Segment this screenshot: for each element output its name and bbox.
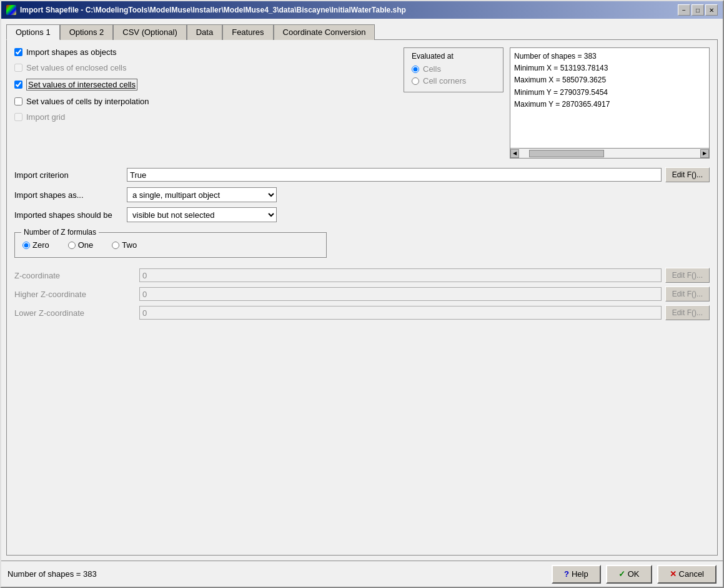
z-formulas-title: Number of Z formulas [21, 228, 99, 237]
title-buttons: − □ ✕ [678, 4, 718, 16]
cell-corners-radio[interactable] [412, 77, 419, 85]
z-coordinate-label: Z-coordinate [14, 271, 139, 280]
z-section: Z-coordinate Edit F()... Higher Z-coordi… [14, 268, 710, 320]
higher-z-coordinate-row: Higher Z-coordinate Edit F()... [14, 287, 710, 301]
close-button[interactable]: ✕ [705, 4, 718, 16]
import-grid-checkbox[interactable] [14, 113, 22, 121]
cells-label: Cells [423, 64, 441, 74]
horizontal-scrollbar[interactable]: ◀ ▶ [510, 148, 709, 158]
cancel-label: Cancel [679, 569, 704, 579]
imported-shapes-should-be-row: Imported shapes should be visible but no… [14, 207, 710, 222]
check-icon: ✓ [618, 569, 625, 579]
app-icon [6, 5, 16, 15]
intersected-cells-label: Set values of intersected cells [26, 79, 137, 91]
tab-data[interactable]: Data [187, 24, 222, 40]
enclosed-cells-row: Set values of enclosed cells [14, 63, 397, 72]
one-radio[interactable] [68, 242, 76, 249]
question-icon: ? [564, 569, 569, 579]
higher-z-coordinate-edit-button: Edit F()... [665, 287, 710, 301]
cancel-button[interactable]: ✕ Cancel [657, 565, 717, 584]
info-line-2: Minimum X = 513193.78143 [514, 62, 705, 74]
enclosed-cells-label: Set values of enclosed cells [26, 63, 126, 72]
top-section: Import shapes as objects Set values of e… [14, 47, 710, 159]
evaluated-at-section: Evaluated at Cells Cell corners [404, 47, 503, 159]
import-shapes-as-select[interactable]: a single, multipart object individual ob… [127, 187, 277, 202]
imported-shapes-should-be-label: Imported shapes should be [14, 210, 127, 220]
minimize-button[interactable]: − [678, 4, 690, 16]
intersected-cells-checkbox[interactable] [14, 81, 22, 89]
enclosed-cells-checkbox[interactable] [14, 64, 22, 72]
info-box: Number of shapes = 383 Minimum X = 51319… [510, 47, 710, 159]
tab-content-options1: Import shapes as objects Set values of e… [6, 39, 718, 556]
evaluated-at-box: Evaluated at Cells Cell corners [404, 47, 503, 92]
import-criterion-label: Import criterion [14, 170, 127, 180]
evaluated-at-title: Evaluated at [412, 52, 495, 61]
imported-shapes-should-be-select[interactable]: visible but not selected visible and sel… [127, 207, 277, 222]
higher-z-coordinate-label: Higher Z-coordinate [14, 290, 139, 299]
x-icon: ✕ [670, 569, 677, 579]
info-line-3: Maximum X = 585079.3625 [514, 74, 705, 86]
z-formulas-group: Number of Z formulas Zero One Two [14, 232, 327, 258]
intersected-cells-row: Set values of intersected cells [14, 79, 397, 91]
import-shapes-label: Import shapes as objects [26, 47, 117, 57]
one-label: One [78, 240, 94, 250]
info-text-area: Number of shapes = 383 Minimum X = 51319… [510, 48, 709, 148]
bottom-status: Number of shapes = 383 [7, 569, 97, 579]
info-line-1: Number of shapes = 383 [514, 51, 705, 62]
window-title: Import Shapefile - C:\ModelingTools\Mode… [20, 6, 406, 14]
bottom-buttons: ? Help ✓ OK ✕ Cancel [552, 565, 717, 584]
tab-bar: Options 1 Options 2 CSV (Optional) Data … [6, 24, 718, 39]
import-shapes-as-label: Import shapes as... [14, 190, 127, 200]
z-coordinate-row: Z-coordinate Edit F()... [14, 268, 710, 283]
import-criterion-row: Import criterion Edit F()... [14, 167, 710, 182]
lower-z-coordinate-edit-button: Edit F()... [665, 305, 710, 320]
import-grid-label: Import grid [26, 112, 65, 122]
two-radio[interactable] [112, 242, 119, 249]
lower-z-coordinate-row: Lower Z-coordinate Edit F()... [14, 305, 710, 320]
z-coordinate-edit-button: Edit F()... [665, 268, 710, 283]
two-label: Two [122, 240, 137, 250]
tab-options1[interactable]: Options 1 [6, 24, 60, 40]
cell-corners-radio-row: Cell corners [412, 76, 495, 86]
help-button[interactable]: ? Help [552, 565, 601, 584]
z-formulas-radio-group: Zero One Two [22, 240, 319, 250]
one-radio-item: One [68, 240, 94, 250]
bottom-bar: Number of shapes = 383 ? Help ✓ OK ✕ Can… [1, 561, 723, 587]
zero-radio-item: Zero [22, 240, 49, 250]
maximize-button[interactable]: □ [692, 4, 704, 16]
zero-radio[interactable] [22, 242, 30, 249]
interpolation-row: Set values of cells by interpolation [14, 97, 397, 106]
cells-radio[interactable] [412, 66, 419, 73]
checkbox-group: Import shapes as objects Set values of e… [14, 47, 397, 159]
ok-label: OK [628, 569, 640, 579]
two-radio-item: Two [112, 240, 137, 250]
tab-csv[interactable]: CSV (Optional) [113, 24, 186, 40]
scroll-thumb[interactable] [529, 150, 604, 157]
lower-z-coordinate-label: Lower Z-coordinate [14, 308, 139, 318]
import-shapes-row: Import shapes as objects [14, 47, 397, 57]
import-shapes-checkbox[interactable] [14, 48, 22, 56]
z-coordinate-input [139, 268, 662, 282]
import-criterion-edit-button[interactable]: Edit F()... [665, 167, 710, 182]
tab-coordinate-conversion[interactable]: Coordinate Conversion [274, 24, 375, 40]
info-line-5: Maximum Y = 2870365.4917 [514, 99, 705, 110]
interpolation-label: Set values of cells by interpolation [26, 97, 149, 106]
import-shapes-as-row: Import shapes as... a single, multipart … [14, 187, 710, 202]
ok-button[interactable]: ✓ OK [606, 565, 652, 584]
tab-features[interactable]: Features [222, 24, 273, 40]
info-line-4: Minimum Y = 2790379.5454 [514, 87, 705, 99]
zero-label: Zero [32, 240, 49, 250]
main-window: Import Shapefile - C:\ModelingTools\Mode… [0, 0, 724, 588]
lower-z-coordinate-input [139, 306, 662, 320]
import-grid-row: Import grid [14, 112, 397, 122]
scroll-right-arrow[interactable]: ▶ [700, 149, 709, 158]
tab-options2[interactable]: Options 2 [60, 24, 114, 40]
title-bar: Import Shapefile - C:\ModelingTools\Mode… [1, 1, 723, 19]
form-section: Import criterion Edit F()... Import shap… [14, 167, 710, 324]
help-label: Help [572, 569, 588, 579]
window-body: Options 1 Options 2 CSV (Optional) Data … [1, 19, 723, 561]
import-criterion-input[interactable] [127, 168, 662, 182]
interpolation-checkbox[interactable] [14, 97, 22, 105]
cell-corners-label: Cell corners [423, 76, 466, 86]
scroll-left-arrow[interactable]: ◀ [510, 149, 519, 158]
